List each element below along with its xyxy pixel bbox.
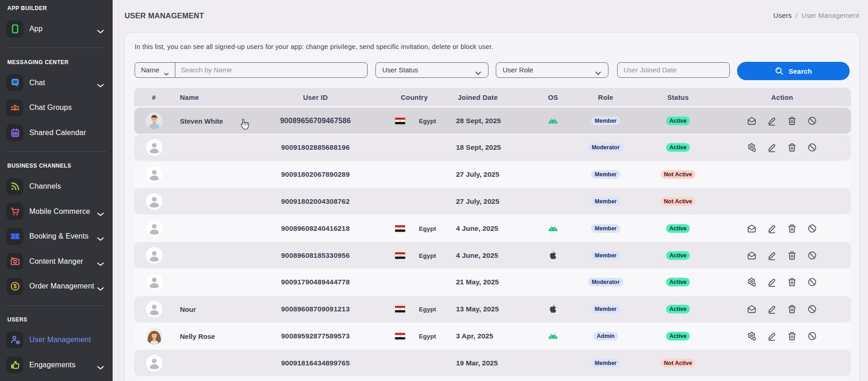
svg-text:$: $ [13,283,16,289]
